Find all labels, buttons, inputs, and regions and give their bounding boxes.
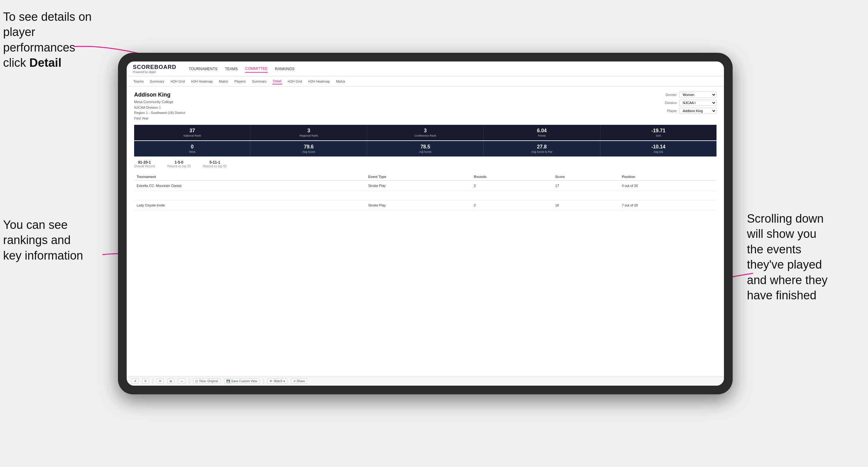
row3-position: 7 out of 20	[619, 200, 716, 211]
stat-avg-score-par-value: 27.8	[486, 144, 597, 150]
row3-event-type: Stroke Play	[366, 200, 471, 211]
table-header-row: Tournament Event Type Rounds Score Posit…	[134, 173, 716, 181]
stat-regional-rank: 3 Regional Rank	[251, 125, 367, 141]
watch-icon: 👁	[270, 379, 273, 383]
annotation-bottom-left: You can see rankings and key information	[3, 217, 108, 263]
refresh-icon: ⟳	[159, 379, 161, 383]
toolbar-view-original[interactable]: ⊡ View: Original	[193, 378, 220, 384]
stat-adj-score: 78.5 Adj Score	[367, 141, 484, 156]
empty-row	[134, 191, 716, 200]
grid-icon: ⊞	[169, 379, 172, 383]
stat-adj-score-label: Adj Score	[370, 150, 481, 153]
table-row: Estrella CC- Mountain Classic Stroke Pla…	[134, 181, 716, 191]
nav-tournaments[interactable]: TOURNAMENTS	[189, 65, 217, 72]
record-top25-label: Record vs top 25	[167, 164, 191, 168]
col-position: Position	[619, 173, 716, 181]
tournament-table: Tournament Event Type Rounds Score Posit…	[134, 173, 716, 211]
subnav-h2h-heatmap[interactable]: H2H Heatmap	[190, 79, 213, 84]
player-select[interactable]: Addison King	[679, 108, 716, 114]
stat-conference-rank: 3 Conference Rank	[367, 125, 484, 141]
subnav-h2h-grid[interactable]: H2H Grid	[170, 79, 185, 84]
subnav-summary[interactable]: Summary	[149, 79, 165, 84]
stat-wins: 0 Wins	[134, 141, 251, 156]
gender-label: Gender	[661, 93, 677, 97]
col-rounds: Rounds	[471, 173, 553, 181]
stat-avg-sg-label: Avg SG	[603, 150, 714, 153]
subnav-matrix[interactable]: Matrix	[218, 79, 229, 84]
player-detail: Addison King Mesa Community College NJCA…	[127, 87, 724, 216]
toolbar-refresh[interactable]: ⟳	[157, 378, 164, 384]
record-top50-value: 5-11-1	[203, 160, 227, 164]
subnav-summary2[interactable]: Summary	[251, 79, 267, 84]
stat-regional-rank-value: 3	[253, 128, 364, 133]
row1-score: 17	[553, 181, 619, 191]
toolbar-minus[interactable]: —	[178, 378, 185, 384]
record-overall-label: Overall Record	[134, 164, 155, 168]
annotation-r-line1: Scrolling down	[747, 212, 824, 225]
player-year: First Year	[134, 116, 185, 121]
record-top50: 5-11-1 Record vs top 50	[203, 160, 227, 168]
toolbar-save-custom[interactable]: 💾 Save Custom View	[224, 378, 259, 384]
stat-conference-rank-label: Conference Rank	[370, 134, 481, 137]
subnav-h2h-heatmap2[interactable]: H2H Heatmap	[308, 79, 331, 84]
stat-wins-value: 0	[136, 144, 248, 150]
toolbar-grid[interactable]: ⊞	[167, 378, 174, 384]
player-header: Addison King Mesa Community College NJCA…	[134, 92, 716, 121]
division-control: Division NJCAA I NJCAA II	[661, 100, 716, 106]
subnav-players[interactable]: Players	[234, 79, 247, 84]
annotation-line1: To see details on	[3, 10, 92, 23]
stat-points-label: Points	[486, 134, 597, 137]
toolbar-undo[interactable]: ↺	[132, 378, 138, 384]
record-top25: 1-5-0 Record vs top 25	[167, 160, 191, 168]
logo-subtitle: Powered by clippd	[133, 70, 176, 73]
record-top25-value: 1-5-0	[167, 160, 191, 164]
stat-avg-score-par: 27.8 Avg Score to Par	[484, 141, 600, 156]
redo-icon: ↻	[144, 379, 147, 383]
stats-row2: 0 Wins 79.6 Avg Score 78.5 Adj Score 27.…	[134, 141, 716, 156]
stats-row1: 37 National Rank 3 Regional Rank 3 Confe…	[134, 125, 716, 141]
subnav-matrix2[interactable]: Matrix	[335, 79, 346, 84]
toolbar-share[interactable]: ⇗ Share	[291, 378, 307, 384]
annotation-r-line4: they've played	[747, 258, 822, 271]
sub-nav: Teams Summary H2H Grid H2H Heatmap Matri…	[127, 76, 724, 87]
player-info: Addison King Mesa Community College NJCA…	[134, 92, 185, 121]
toolbar-separator3	[263, 379, 264, 384]
save-label: Save Custom View	[231, 379, 257, 383]
main-content: Addison King Mesa Community College NJCA…	[127, 87, 724, 376]
logo-area: SCOREBOARD Powered by clippd	[133, 64, 176, 73]
logo-title: SCOREBOARD	[133, 64, 176, 70]
stat-sos-label: SoS	[603, 134, 714, 137]
row1-tournament: Estrella CC- Mountain Classic	[134, 181, 366, 191]
subnav-detail[interactable]: Detail	[272, 78, 282, 85]
gender-select[interactable]: Women Men	[679, 92, 716, 98]
toolbar-watch[interactable]: 👁 Watch ▾	[267, 378, 287, 384]
annotation-r-line6: have finished	[747, 289, 816, 302]
minus-icon: —	[180, 379, 183, 383]
nav-rankings[interactable]: RANKINGS	[275, 65, 294, 72]
subnav-teams[interactable]: Teams	[133, 79, 144, 84]
undo-icon: ↺	[134, 379, 136, 383]
stat-sos-value: -19.71	[603, 128, 714, 133]
stat-avg-score-par-label: Avg Score to Par	[486, 150, 597, 153]
view-label: View: Original	[199, 379, 218, 383]
division-select[interactable]: NJCAA I NJCAA II	[679, 100, 716, 106]
table-row: Lady Coyote Invite Stroke Play 2 16 7 ou…	[134, 200, 716, 211]
stat-avg-score-value: 79.6	[253, 144, 364, 150]
share-label: Share	[297, 379, 305, 383]
stat-national-rank-label: National Rank	[136, 134, 248, 137]
nav-committee[interactable]: COMMITTEE	[245, 65, 268, 73]
stat-avg-score: 79.6 Avg Score	[251, 141, 367, 156]
toolbar-redo[interactable]: ↻	[142, 378, 149, 384]
division-label: Division	[661, 101, 677, 105]
stat-regional-rank-label: Regional Rank	[253, 134, 364, 137]
save-icon: 💾	[226, 379, 230, 383]
subnav-h2h-grid2[interactable]: H2H Grid	[287, 79, 303, 84]
player-school: Mesa Community College	[134, 99, 185, 105]
annotation-bl-line1: You can see	[3, 218, 68, 231]
annotation-r-line5: and where they	[747, 274, 828, 287]
row1-rounds: 2	[471, 181, 553, 191]
player-division: NJCAA Division 1	[134, 105, 185, 111]
player-name: Addison King	[134, 92, 185, 98]
annotation-bold: Detail	[29, 56, 61, 69]
nav-teams[interactable]: TEAMS	[225, 65, 238, 72]
